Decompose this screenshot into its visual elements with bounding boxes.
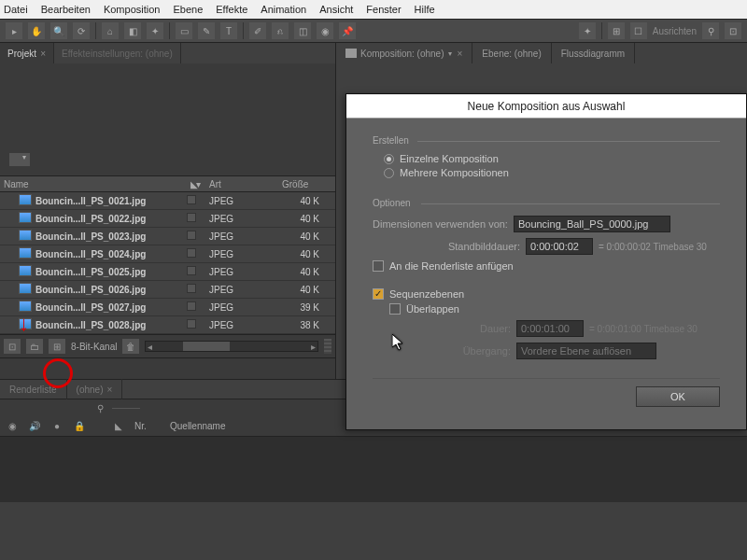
pen-tool-icon[interactable]: ✎ xyxy=(198,22,215,39)
chevron-down-icon[interactable]: ▾ xyxy=(448,49,452,58)
table-row[interactable]: Bouncin...ll_PS_0028.jpgJPEG38 K xyxy=(0,316,335,334)
color-label-icon[interactable] xyxy=(187,319,196,329)
ok-button[interactable]: OK xyxy=(636,386,720,407)
pin-tool-icon[interactable]: 📌 xyxy=(339,22,356,39)
col-size[interactable]: Größe xyxy=(278,179,325,189)
label-icon[interactable]: ◣ xyxy=(112,420,125,433)
label-dims-from: Dimensionen verwenden von: xyxy=(373,218,508,230)
align-label[interactable]: Ausrichten xyxy=(653,26,697,36)
hint-still-duration: = 0:00:00:02 Timebase 30 xyxy=(599,242,707,252)
new-folder-icon[interactable]: 🗀 xyxy=(26,339,43,354)
color-label-icon[interactable] xyxy=(187,301,196,311)
tab-composition[interactable]: Komposition: (ohne)▾× xyxy=(336,43,472,63)
solo-icon[interactable]: ● xyxy=(50,420,63,433)
hand-tool-icon[interactable]: ✋ xyxy=(28,22,45,39)
timeline-body[interactable] xyxy=(0,437,747,502)
jpeg-file-icon xyxy=(19,247,32,259)
project-column-header[interactable]: Name ◣ ▾Art Größe xyxy=(0,175,335,192)
menu-ebene[interactable]: Ebene xyxy=(173,4,203,15)
main-toolbar: ▸ ✋ 🔍 ⟳ ⌂ ◧ ✦ ▭ ✎ T ✐ ⎌ ◫ ◉ 📌 ✦ ⊞ ☐ Ausr… xyxy=(0,19,747,43)
interpret-footage-icon[interactable]: ⊡ xyxy=(4,339,21,354)
group-options: Optionen xyxy=(373,198,720,208)
shape-tool-icon[interactable]: ▭ xyxy=(176,22,192,39)
search-icon[interactable]: ⚲ xyxy=(702,22,719,39)
color-label-icon[interactable] xyxy=(187,213,196,222)
table-row[interactable]: Bouncin...ll_PS_0022.jpgJPEG40 K xyxy=(0,210,335,228)
menu-bar: Datei Bearbeiten Komposition Ebene Effek… xyxy=(0,0,747,19)
checkbox-icon[interactable]: ☐ xyxy=(630,22,647,39)
project-panel-footer: ⊡ 🗀 ⊞ 8-Bit-Kanal 🗑 ◂▸ xyxy=(0,334,335,358)
dropdown-dims-from[interactable]: Bouncing_Ball_PS_0000.jpg xyxy=(514,216,670,232)
col-sourcename[interactable]: Quellenname xyxy=(170,421,282,431)
color-label-icon[interactable] xyxy=(187,195,196,204)
menu-effekte[interactable]: Effekte xyxy=(216,4,247,15)
text-tool-icon[interactable]: T xyxy=(220,22,237,39)
tab-flowchart[interactable]: Flussdiagramm xyxy=(552,43,635,63)
checkbox-overlap[interactable]: Überlappen xyxy=(389,303,720,315)
color-label-icon[interactable] xyxy=(187,231,196,240)
roto-tool-icon[interactable]: ◉ xyxy=(317,22,333,39)
speaker-icon[interactable]: 🔊 xyxy=(28,420,41,433)
color-label-icon[interactable] xyxy=(187,266,196,275)
table-row[interactable]: Bouncin...ll_PS_0023.jpgJPEG40 K xyxy=(0,228,335,245)
zoom-tool-icon[interactable]: 🔍 xyxy=(50,22,67,39)
pan-tool-icon[interactable]: ◧ xyxy=(124,22,141,39)
new-comp-icon[interactable]: ⊞ xyxy=(49,339,65,354)
axis-icon[interactable]: ✦ xyxy=(579,22,596,39)
trash-icon[interactable]: 🗑 xyxy=(122,339,139,354)
menu-komposition[interactable]: Komposition xyxy=(104,4,161,15)
tab-renderlist[interactable]: Renderliste xyxy=(0,379,67,399)
brush-tool-icon[interactable]: ✐ xyxy=(249,22,266,39)
bit-depth-label[interactable]: 8-Bit-Kanal xyxy=(71,342,117,352)
project-preview-area xyxy=(0,63,335,175)
color-label-icon[interactable] xyxy=(187,248,196,258)
resize-handle-icon[interactable] xyxy=(324,339,331,354)
comp-icon xyxy=(345,49,357,58)
search-icon[interactable]: ⚲ xyxy=(93,401,106,414)
checkbox-add-renderlist[interactable]: An die Renderliste anfügen xyxy=(373,260,720,272)
col-type[interactable]: Art xyxy=(209,179,221,189)
close-icon[interactable]: × xyxy=(40,49,46,59)
snap-icon[interactable]: ⊞ xyxy=(608,22,625,39)
eraser-tool-icon[interactable]: ◫ xyxy=(294,22,311,39)
camera-tool-icon[interactable]: ⌂ xyxy=(102,22,119,39)
menu-ansicht[interactable]: Ansicht xyxy=(319,4,353,15)
rotate-tool-icon[interactable]: ⟳ xyxy=(73,22,90,39)
horizontal-scrollbar[interactable]: ◂▸ xyxy=(145,341,318,352)
checkbox-sequence-layers[interactable]: Sequenzebenen xyxy=(373,288,720,300)
lock-icon[interactable]: 🔒 xyxy=(73,420,86,433)
tab-layer[interactable]: Ebene: (ohne) xyxy=(472,43,551,63)
col-name[interactable]: Name xyxy=(0,179,187,189)
tab-project[interactable]: Projekt× xyxy=(0,43,54,63)
table-row[interactable]: Bouncin...ll_PS_0025.jpgJPEG40 K xyxy=(0,263,335,281)
selection-tool-icon[interactable]: ▸ xyxy=(6,22,22,39)
table-row[interactable]: Bouncin...ll_PS_0021.jpgJPEG40 K xyxy=(0,192,335,210)
dialog-title: Neue Komposition aus Auswahl xyxy=(346,94,746,119)
input-still-duration[interactable]: 0:00:00:02 xyxy=(526,238,593,255)
menu-animation[interactable]: Animation xyxy=(261,4,306,15)
eye-icon[interactable]: ◉ xyxy=(6,420,19,433)
menu-bearbeiten[interactable]: Bearbeiten xyxy=(41,4,91,15)
col-nr[interactable]: Nr. xyxy=(134,421,161,431)
radio-multi-comp[interactable]: Mehrere Kompositionen xyxy=(384,167,720,178)
project-filter-dropdown[interactable] xyxy=(9,153,30,166)
anchor-tool-icon[interactable]: ✦ xyxy=(147,22,163,39)
menu-datei[interactable]: Datei xyxy=(4,4,28,15)
table-row[interactable]: Bouncin...ll_PS_0027.jpgJPEG39 K xyxy=(0,299,335,316)
color-label-icon[interactable] xyxy=(187,284,196,293)
annotation-arrow-icon: ↓ xyxy=(19,312,29,336)
separator xyxy=(601,22,602,39)
table-row[interactable]: Bouncin...ll_PS_0024.jpgJPEG40 K xyxy=(0,245,335,263)
tab-effect-settings[interactable]: Effekteinstellungen: (ohne) xyxy=(54,43,181,63)
tab-none[interactable]: (ohne)× xyxy=(67,379,123,399)
workspace-icon[interactable]: ⊡ xyxy=(725,22,741,39)
jpeg-file-icon xyxy=(19,212,32,223)
jpeg-file-icon xyxy=(19,265,32,276)
stamp-tool-icon[interactable]: ⎌ xyxy=(272,22,289,39)
radio-single-comp[interactable]: Einzelne Komposition xyxy=(384,153,720,164)
table-row[interactable]: Bouncin...ll_PS_0026.jpgJPEG40 K xyxy=(0,281,335,299)
menu-fenster[interactable]: Fenster xyxy=(366,4,401,15)
group-create: Erstellen xyxy=(373,135,720,146)
menu-hilfe[interactable]: Hilfe xyxy=(415,4,435,15)
input-duration: 0:00:01:00 xyxy=(516,320,584,337)
